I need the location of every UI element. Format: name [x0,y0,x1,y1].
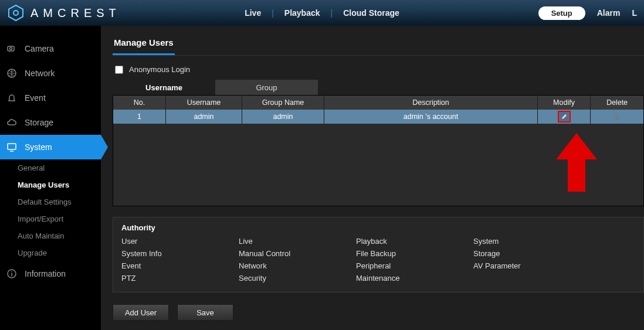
sidebar-item-information[interactable]: Information [0,261,101,286]
sidebar-sub-auto-maintain[interactable]: Auto Maintain [0,227,101,244]
authority-item [473,274,591,283]
main-content: Manage Users Anonymous Login Username Gr… [101,26,644,330]
subtab-group[interactable]: Group [215,80,318,95]
authority-item: Network [239,261,356,270]
nav-extra[interactable]: L [632,8,637,18]
page-title[interactable]: Manage Users [113,34,175,55]
sidebar-item-event[interactable]: Event [0,86,101,110]
sidebar-label: Network [25,69,55,78]
sidebar-item-network[interactable]: Network [0,61,101,86]
svg-rect-5 [8,144,16,149]
svg-point-3 [10,47,12,50]
nav-separator: | [331,8,333,18]
sidebar-sub-upgrade[interactable]: Upgrade [0,244,101,261]
cell-modify [538,110,591,124]
col-header-no: No. [113,96,166,110]
authority-item: PTZ [121,274,239,283]
authority-item: File Backup [356,249,473,258]
col-header-modify: Modify [538,96,591,110]
anonymous-login-label: Anonymous Login [129,65,190,74]
authority-item: AV Parameter [473,261,591,270]
pencil-icon [561,113,568,120]
brand-text: AMCREST [30,6,121,20]
cell-group: admin [242,110,324,124]
nav-playback[interactable]: Playback [284,8,320,18]
col-header-group: Group Name [242,96,324,110]
authority-item: Security [239,274,356,283]
cell-description: admin 's account [324,110,538,124]
table-header: No. Username Group Name Description Modi… [113,96,643,110]
page-tabs: Manage Users [113,34,644,56]
svg-marker-7 [556,133,597,192]
anonymous-login-checkbox[interactable] [115,66,123,74]
camera-icon [6,43,18,55]
sidebar-label: Event [25,93,46,103]
svg-marker-0 [9,5,23,21]
sidebar-label: System [25,142,52,152]
cell-delete [591,110,643,124]
authority-title: Authority [121,223,635,232]
trash-icon[interactable] [613,113,621,121]
bell-icon [6,92,18,104]
nav-cloud-storage[interactable]: Cloud Storage [343,8,399,18]
save-button[interactable]: Save [177,304,233,321]
authority-grid: User Live Playback System System Info Ma… [121,237,635,283]
col-header-username: Username [166,96,242,110]
authority-item: System Info [121,249,239,258]
authority-item: Event [121,261,239,270]
anonymous-login-row: Anonymous Login [115,65,644,74]
table-body-empty [113,124,643,206]
svg-point-1 [13,11,18,15]
authority-item: Peripheral [356,261,473,270]
users-table: No. Username Group Name Description Modi… [113,95,644,206]
top-right: Setup Alarm L [538,6,637,20]
annotation-arrow-icon [556,133,597,200]
authority-item: Live [239,237,356,246]
col-header-description: Description [324,96,538,110]
table-row[interactable]: 1 admin admin admin 's account [113,110,643,124]
setup-button[interactable]: Setup [538,6,585,20]
authority-item: System [473,237,591,246]
sidebar-sub-manage-users[interactable]: Manage Users [0,176,101,193]
sidebar-sub-general[interactable]: General [0,159,101,176]
brand-logo: AMCREST [7,4,121,22]
authority-item: Manual Control [239,249,356,258]
topbar: AMCREST Live | Playback | Cloud Storage … [0,0,644,26]
sidebar-label: Storage [25,118,53,127]
authority-item: Storage [473,249,591,258]
sidebar: Camera Network Event Storage System [0,26,101,330]
info-icon [6,268,18,280]
sidebar-item-camera[interactable]: Camera [0,36,101,61]
subtabs: Username Group [113,80,644,95]
nav-separator: | [272,8,274,18]
footer-buttons: Add User Save [113,304,644,321]
add-user-button[interactable]: Add User [113,304,169,321]
modify-button[interactable] [558,111,571,123]
sidebar-item-storage[interactable]: Storage [0,110,101,135]
sidebar-item-system[interactable]: System [0,135,101,159]
cell-username: admin [166,110,242,124]
authority-panel: Authority User Live Playback System Syst… [113,217,644,292]
subtab-username[interactable]: Username [113,80,215,95]
nav-live[interactable]: Live [245,8,261,18]
sidebar-label: Information [25,269,66,278]
authority-item: User [121,237,239,246]
cloud-icon [6,117,18,128]
sidebar-label: Camera [25,44,54,53]
authority-item: Playback [356,237,473,246]
globe-icon [6,67,18,79]
cell-no: 1 [113,110,166,124]
sidebar-sub-default-settings[interactable]: Default Settings [0,193,101,210]
monitor-icon [6,141,18,153]
svg-rect-2 [8,46,14,51]
authority-item: Maintenance [356,274,473,283]
nav-alarm[interactable]: Alarm [597,8,621,18]
col-header-delete: Delete [591,96,643,110]
sidebar-sub-import-export[interactable]: Import/Export [0,210,101,227]
brand-hex-icon [7,4,25,22]
